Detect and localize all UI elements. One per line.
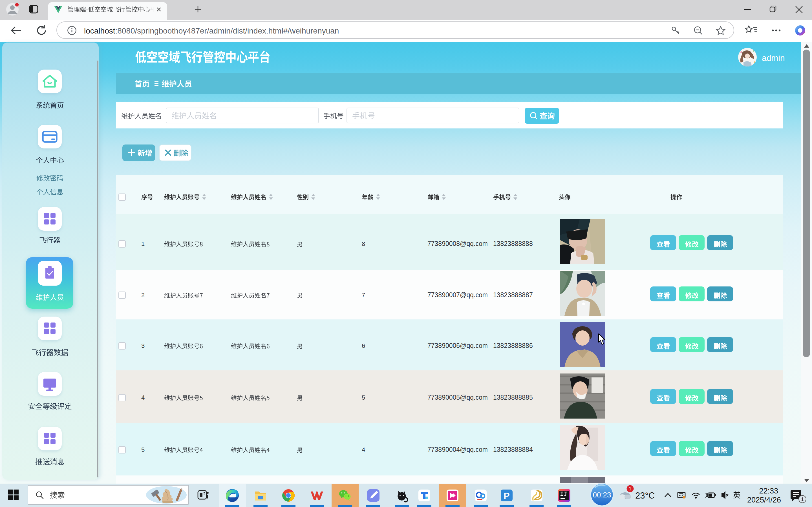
svg-text:P: P	[504, 491, 509, 501]
svg-text:1: 1	[801, 496, 804, 502]
svg-text:00:23: 00:23	[593, 491, 611, 499]
svg-text:1: 1	[629, 486, 631, 492]
